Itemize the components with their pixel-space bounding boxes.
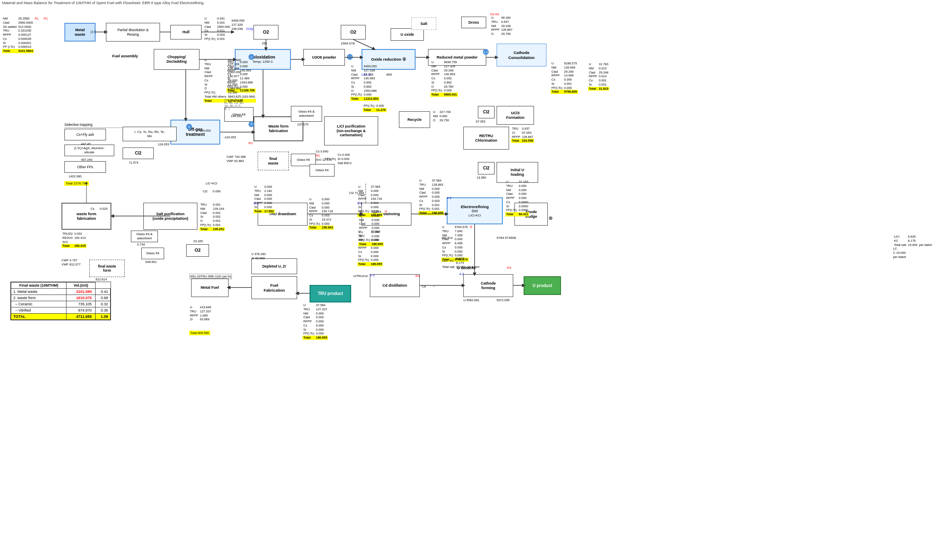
tru-dd-left-data: U0.000 TRU2.181 NM0.000 Clad0.000 RFPP0.… [253,185,275,213]
composition-label: 65U-20TRU-5RE-10Zr (wt.%) [189,274,232,279]
reduced-metal-data: U9636.759 NM127.326 Clad29.248 RFPP140.9… [431,60,458,97]
depleted-u-zr-data: U 376.282 Zr 63.669 [251,252,266,260]
cwf-vwf-left: CWF 0.737 VWF 812.077 [62,258,81,267]
salt-box: Salt [411,17,436,30]
initial-u-label: Initial Uloading [511,168,524,177]
process-num-wff: ⑥ [249,121,254,127]
process-num-2: 2 [249,54,254,60]
fw-row-1-vol: 0.41 [95,289,110,295]
electrorefining-500: 500 [461,209,489,214]
u-8582: U 9582.661 [463,298,480,302]
fw-row-2-vol: 0.68 [95,295,110,301]
ew-large-data: U37.584③ Sr0.000 NM0.000 Clad0.000 RFPP0… [358,210,388,246]
s1-label: 5-1 [357,201,362,205]
cl2-center-num: 0.090 [213,189,221,193]
waste-form-fab-left-label: waste formfabrication [76,212,96,221]
glass-frit-2-value: 137.075 [297,123,308,126]
offgas-box: Off-gastreatment [170,120,220,145]
electrorefining-box: Electrorefining 500 LiCl-KCl [447,197,503,224]
cd-label: Cd [422,285,426,288]
dross-label: Dross [468,20,479,25]
far-right-data: U31.783 NM0.013 Clad29.248 RFPP0.014 Cs0… [588,62,609,91]
o2-lower-left-label: O2 [194,248,201,253]
partial-dissolution-label: Partial dissolution &Rinsing [118,28,149,36]
al-silicate-box: (I,Tc)+AgX, Alumino-silicate [64,145,114,156]
glass-frit-bl-label: Glass frit [146,251,160,255]
recycle-data: U227.700 NM0.000 O29.750 [432,110,452,122]
cs-fly-ash-box: Cs+Fly ash [64,129,106,140]
lici-purif-out: FP(I,Tc)Cs 0.000Sr 0.000Salt 800.0 [324,153,352,165]
cl2-71484: Cl2 71.484 [349,191,364,195]
fw-row-1-val: 3101.580 [66,289,95,295]
i-cs-tc-box: I, Cs, Tc, Ru, Rh, Te,Mo [123,127,177,141]
glass-frit-3-label: Glass frit [297,158,310,162]
hull-label: Hull [182,30,189,34]
cathode-forming-label: Cathodeforming [481,281,496,290]
process-num-1-2: 1-2 [483,49,489,55]
fuel-fab-box: FuelFabrication [251,276,297,299]
num-4-2: 4-2 [459,272,464,276]
salt-purif-out-data: TRU0.001 NM139.244 Clad0.001 Sr0.001 O0.… [199,203,225,231]
o2-250-label: 250 [262,42,267,45]
trud2-data: TRUD20.001 RE2O3162.413 SrO Total162.415 [62,232,86,248]
u-dendrite-label: U dendrite [457,266,476,270]
cd-distil-label: Cd distillation [382,283,407,288]
149163-label: 149.163 [231,114,242,118]
er-right-top: U31.163 TRU0.000 NM0.000 Clad0.000 RFPP0… [505,180,529,216]
electrorefining-label: Electrorefining [461,204,489,209]
final-waste-form-label: final wasteform [98,264,116,273]
23169-label: 23.169 [193,239,203,243]
r4-label-2: R4 [507,266,511,270]
glass-frit-lower: Glass frit &adsorbent [131,231,158,242]
fw-table-header: Final waste (10MTHM) [11,282,66,289]
num-r1: R1 [44,17,48,20]
fw-vitrified-vol: 0.36 [95,307,110,314]
fw-row-2-label: 2. waste form [11,295,66,301]
cs-arrow-label: Cs [91,207,94,211]
metal-fuel-label: Metal Fuel [201,285,219,290]
lici-purif-box: LiCl purification(ion-exchange &carbonat… [324,116,378,145]
o2-box-1: O2 [253,25,278,39]
metal-waste-label: Metalwaste [75,28,85,37]
o2-1-label: O2 [263,29,269,35]
er-main-data: U9764.575⑤ TRU7.640 NM7.459 Clad0.000 RF… [441,225,473,262]
re-tru-data: TRU0.637 Cl97.053 RFPP126.867 Total224.5… [511,127,534,143]
53-label: 5-3 [370,273,375,277]
fw-ceramic-vol: 0.32 [95,301,110,307]
main-diagram: Material and Mass Balance for Treatment … [0,0,935,560]
glass-frit-bl-val: 649.661 [145,260,157,264]
lickkcl-label: LiC+KCl [206,182,217,185]
uci3-label: UCl3Formation [506,111,524,120]
fw-ceramic-label: – Ceramic [11,301,66,307]
er-left-data: U37.584 TRU128.883 NM0.000 Clad0.000 RFP… [418,179,444,215]
u3o8-label: U3O8 powder [312,55,336,60]
page-title: Material and Mass Balance for Treatment … [2,1,204,5]
fuel-fab-label: FuelFabrication [263,283,285,292]
cl2-top-right: Cl2 [478,106,495,118]
u-tru-cd-label: U/TRU/Cd [353,274,368,278]
oxide-reduction-label: Oxide reduction ② [371,57,406,61]
fw-total-vol: 1.09 [95,314,110,320]
i-cs-val: 124.053 [158,142,169,146]
dross-data: U48.184 TRU0.637 NM29.248 RFPP126.867 O2… [490,16,513,36]
num-r2: R2 [249,141,253,145]
other-fps-box: Other FPs [64,161,106,173]
fw-row-1-label: 1. Metal waste [11,289,66,295]
glass-frit-lower-val: 0.734 [137,243,145,246]
partial-dissolution-box: Partial dissolution &Rinsing [106,23,160,42]
u-product-val: 9372.095 [497,298,509,302]
lici-purif-label: LiCl purification(ion-exchange &carbonat… [337,124,366,138]
dross-box: Dross [461,17,486,28]
tru-product-label: TRU product [318,291,343,296]
volox-top-data: 9408.059 127.326 106.038COQ [231,19,254,31]
41-label: 4-1 [447,196,452,200]
process-num-3-1: 3-1 [347,54,353,60]
fw-ceramic-val: 735.105 [66,301,95,307]
val-181914: 181.914 [441,236,453,240]
cl2-top-right-label: Cl2 [483,110,490,115]
cc-right-data: U9188.575 NM126.689 Clad29.248 RFPP14.09… [551,61,578,94]
chopping-box: Chopping/Decladding [154,49,199,70]
u-product-label: U product [532,283,552,288]
oxide-red-out-data: U9409.053 NM127.326 Clad29.248 RFPP140.9… [350,64,379,101]
cwf-vwf-top: CWF 734.368 VWF 62.883 [226,155,246,163]
